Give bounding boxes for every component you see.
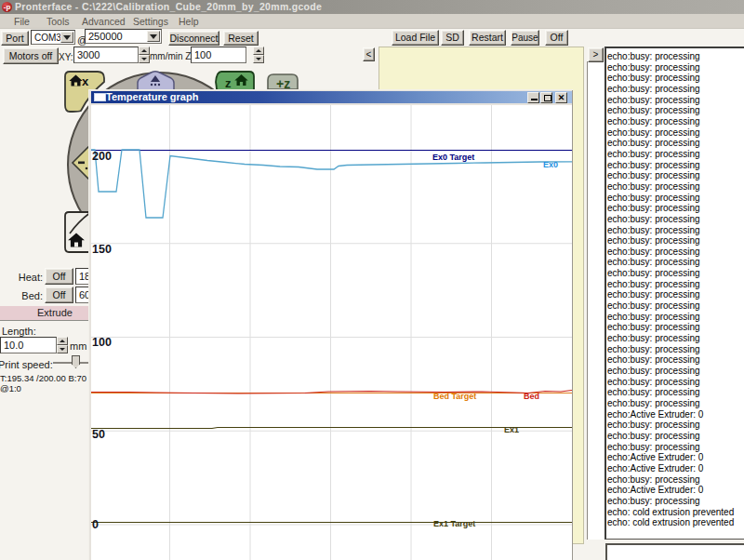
- svg-text:0: 0: [92, 518, 99, 531]
- svg-text:Bed: Bed: [524, 392, 539, 401]
- svg-text:Bed Target: Bed Target: [433, 392, 476, 401]
- svg-text:x: x: [82, 74, 89, 88]
- svg-text:Ex1: Ex1: [504, 425, 519, 434]
- svg-text:150: 150: [92, 243, 112, 256]
- svg-text:Ex0: Ex0: [543, 160, 558, 169]
- svg-text:50: 50: [92, 428, 105, 441]
- svg-text:Ex1 Target: Ex1 Target: [433, 519, 475, 528]
- svg-text:Ex0 Target: Ex0 Target: [432, 153, 474, 162]
- svg-text:200: 200: [92, 150, 112, 163]
- svg-text:z: z: [225, 76, 232, 90]
- svg-text:100: 100: [92, 336, 112, 349]
